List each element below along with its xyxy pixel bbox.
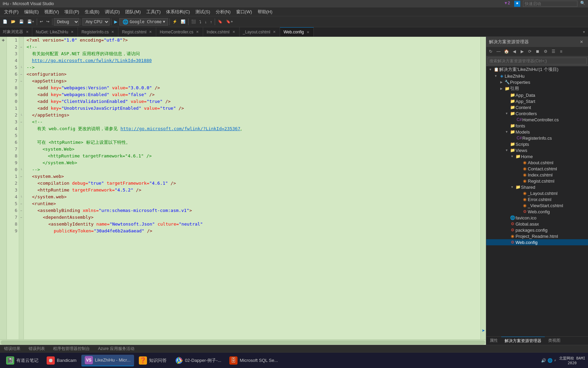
code-content[interactable]: <?xml version="1.0" encoding="utf-8"?> <… [24, 37, 480, 339]
platform-dropdown[interactable]: Any CPU x86 x64 [82, 18, 110, 26]
se-tab-classview[interactable]: 类视图 [545, 337, 564, 345]
tree-homecontroller[interactable]: ▶ C# HomeController.cs [486, 117, 588, 123]
tab-close-icon[interactable]: ✕ [111, 30, 115, 34]
tree-contact[interactable]: ▶ ◉ Contact.cshtml [486, 166, 588, 172]
menu-view[interactable]: 视图(V) [42, 8, 62, 16]
toolbar-bookmark[interactable]: 🔖 [216, 18, 224, 26]
menu-debug[interactable]: 调试(D) [102, 8, 122, 16]
tree-webconfig-root[interactable]: ▶ ⚙ Web.config [486, 239, 588, 245]
toolbar-attach[interactable]: ⚡ [171, 18, 179, 26]
tree-readme[interactable]: ▶ ◉ Project_Readme.html [486, 233, 588, 239]
tree-regist-cshtml[interactable]: ▶ ◉ Regist.cshtml [486, 178, 588, 184]
toolbar-perf[interactable]: 📊 [179, 18, 187, 26]
tree-favicon[interactable]: ▶ 🌐 favicon.ico [486, 215, 588, 221]
tree-index-cshtml[interactable]: ▶ ◉ Index.cshtml [486, 172, 588, 178]
toolbar-bookmark2[interactable]: 🔖+ [225, 18, 234, 26]
tree-solution[interactable]: ▼ 📋 解决方案'LikeZhiHu'(1 个项目) [486, 66, 588, 73]
tree-content[interactable]: ▶ 📁 Content [486, 104, 588, 110]
tree-models[interactable]: ▼ 📁 Models [486, 129, 588, 135]
tab-close-icon[interactable]: ✕ [195, 30, 199, 34]
se-sync-btn[interactable]: ↻ [487, 48, 494, 55]
tree-scripts[interactable]: ▶ 📁 Scripts [486, 141, 588, 147]
se-home-btn[interactable]: 🏠 [503, 48, 510, 55]
se-collapse-btn[interactable]: — [495, 48, 502, 55]
search-icon[interactable]: 🔍 [580, 1, 585, 7]
fold-7[interactable]: — [20, 80, 22, 83]
quick-launch[interactable] [523, 1, 577, 7]
tree-shared-folder[interactable]: ▼ 📁 Shared [486, 184, 588, 190]
tree-controllers[interactable]: ▼ 📁 Controllers [486, 110, 588, 117]
tree-appstart[interactable]: ▶ 📁 App_Start [486, 98, 588, 104]
browser-button[interactable]: 🌐 Google Chrome ▼ [119, 18, 168, 26]
menu-team[interactable]: 团队(M) [122, 8, 144, 16]
taskbar-bandicam[interactable]: ⏺ Bandicam [43, 355, 80, 366]
bottom-tab-azure[interactable]: Azure 应用服务活动 [94, 345, 138, 352]
se-filter-btn[interactable]: ☰ [550, 48, 557, 55]
bottom-tab-results[interactable]: 错误结果 [0, 345, 24, 352]
tree-global-asax[interactable]: ▶ ⚙ Global.asax [486, 221, 588, 227]
menu-arch[interactable]: 体系结构(C) [163, 8, 193, 16]
bottom-tab-nuget[interactable]: 程序包管理器控制台 [49, 345, 94, 352]
run-button[interactable]: ▶ [113, 18, 119, 25]
tab-registerinfo[interactable]: RegisterInfo.cs ✕ [78, 27, 118, 36]
fold-2[interactable]: — [20, 46, 22, 49]
menu-analyze[interactable]: 分析(N) [213, 8, 233, 16]
menu-tools[interactable]: 工具(T) [144, 8, 164, 16]
tab-overflow-btn[interactable]: ▾ [580, 27, 588, 36]
tab-close-icon[interactable]: ✕ [272, 30, 276, 34]
tree-references[interactable]: ▶ 📁 引用 [486, 85, 588, 92]
tab-close-icon[interactable]: ✕ [232, 30, 236, 34]
se-prop-btn[interactable]: ≡ [557, 48, 565, 55]
menu-build[interactable]: 生成(B) [82, 8, 102, 16]
tab-layout-cshtml[interactable]: _Layout.cshtml ✕ [240, 27, 280, 36]
tree-fonts[interactable]: ▶ 📁 fonts [486, 123, 588, 129]
tree-properties[interactable]: ▶ 🔧 Properties [486, 79, 588, 85]
menu-file[interactable]: 文件(F) [1, 8, 21, 16]
tree-appdata[interactable]: ▶ 📁 App_Data [486, 92, 588, 98]
toolbar-save[interactable]: 💾 [18, 18, 25, 26]
bottom-tab-errors[interactable]: 错误列表 [24, 345, 49, 352]
editor-scrollbar-h[interactable] [0, 339, 486, 345]
menu-help[interactable]: 帮助(H) [255, 8, 275, 16]
toolbar-save-all[interactable]: 💾+ [26, 18, 35, 26]
tab-web-config[interactable]: Web.config ✕ [280, 27, 314, 36]
debug-config-dropdown[interactable]: Debug Release [54, 18, 79, 26]
tab-index-cshtml[interactable]: Index.cshtml ✕ [203, 27, 239, 36]
menu-window[interactable]: 窗口(W) [233, 8, 255, 16]
toolbar-stepout[interactable]: ↑ [209, 18, 214, 26]
se-forward-btn[interactable]: ▶ [518, 48, 526, 55]
toolbar-stepin[interactable]: ↓ [203, 18, 208, 26]
toolbar-breakpoints[interactable]: ⬛ [190, 18, 197, 26]
toolbar-stepover[interactable]: ⤵ [198, 18, 203, 26]
tree-viewstart[interactable]: ▶ ◉ _ViewStart.cshtml [486, 202, 588, 209]
fold-27[interactable]: — [20, 216, 22, 219]
browser-dropdown-arrow[interactable]: ▼ [163, 20, 165, 24]
tab-close-icon[interactable]: ✕ [25, 30, 29, 34]
se-back-btn[interactable]: ◀ [510, 48, 518, 55]
tree-home-folder[interactable]: ▼ 📁 Home [486, 153, 588, 159]
toolbar-redo[interactable]: ↪ [45, 18, 51, 26]
tab-regist-cshtml[interactable]: Regist.cshtml ✕ [118, 27, 156, 36]
fold-25[interactable]: — [20, 202, 22, 205]
fold-26[interactable]: — [20, 209, 22, 212]
fold-21[interactable]: — [20, 175, 22, 178]
tree-about[interactable]: ▶ ◉ About.cshtml [486, 159, 588, 166]
se-settings-btn[interactable]: ⚙ [542, 48, 549, 55]
tab-homecontroller[interactable]: HomeController.cs ✕ [156, 27, 203, 36]
menu-project[interactable]: 项目(P) [62, 8, 82, 16]
se-stop-btn[interactable]: ⏹ [534, 48, 541, 55]
menu-edit[interactable]: 编辑(E) [21, 8, 42, 16]
toolbar-undo[interactable]: ↩ [38, 18, 44, 26]
toolbar-open[interactable]: 📂 [10, 18, 17, 26]
taskbar-youdao[interactable]: 📓 有道云笔记 [3, 355, 42, 366]
taskbar-vs[interactable]: VS LikeZhiHu - Micr... [81, 355, 134, 366]
tree-project[interactable]: ▼ ◈ LikeZhiHu [486, 73, 588, 79]
se-tab-properties[interactable]: 属性 [486, 337, 501, 345]
tree-packages-config[interactable]: ▶ ⚙ packages.config [486, 227, 588, 233]
tree-views[interactable]: ▼ 📁 Views [486, 147, 588, 153]
taskbar-dapper[interactable]: 02-Dapper-例子-... [172, 355, 225, 366]
toolbar-new[interactable]: 📄 [1, 18, 9, 26]
tree-error-cshtml[interactable]: ▶ ◉ Error.cshtml [486, 196, 588, 202]
tab-nuget[interactable]: NuGet: LikeZhiHu ✕ [32, 27, 78, 36]
fold-6[interactable]: — [20, 73, 22, 76]
